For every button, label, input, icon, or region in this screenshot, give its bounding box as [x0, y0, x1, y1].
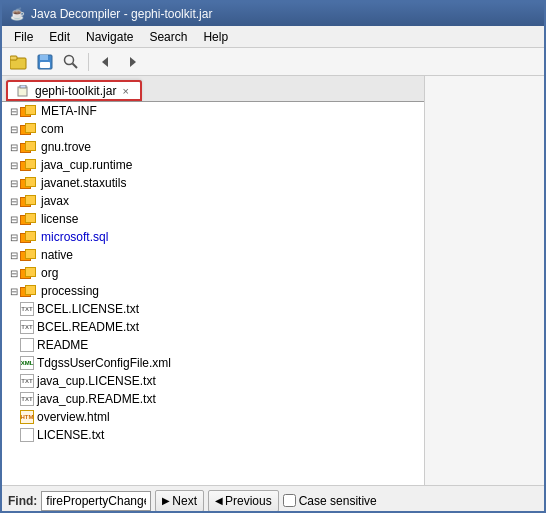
- tree-item[interactable]: ⊟ org: [2, 264, 424, 282]
- tree-item-label: java_cup.README.txt: [37, 392, 156, 406]
- tree-item[interactable]: ⊟ META-INF: [2, 102, 424, 120]
- tree-item-label: native: [41, 248, 73, 262]
- jar-icon: [17, 85, 31, 97]
- previous-button[interactable]: ◀ Previous: [208, 490, 279, 512]
- tree-item-label: LICENSE.txt: [37, 428, 104, 442]
- menu-help[interactable]: Help: [195, 28, 236, 46]
- menu-file[interactable]: File: [6, 28, 41, 46]
- tree-item-label: overview.html: [37, 410, 110, 424]
- forward-button[interactable]: [121, 51, 143, 73]
- tree-item-label: microsoft.sql: [41, 230, 108, 244]
- next-icon: ▶: [162, 495, 170, 506]
- tree-item[interactable]: ⊟ com: [2, 120, 424, 138]
- tree-item-label: META-INF: [41, 104, 97, 118]
- toolbar: [2, 48, 544, 76]
- tree-item-label: BCEL.LICENSE.txt: [37, 302, 139, 316]
- tree-item-label: TdgssUserConfigFile.xml: [37, 356, 171, 370]
- gephi-toolkit-tab[interactable]: gephi-toolkit.jar ×: [6, 80, 142, 101]
- tree-item[interactable]: README: [2, 336, 424, 354]
- tree-item[interactable]: LICENSE.txt: [2, 426, 424, 444]
- tree-item-label: com: [41, 122, 64, 136]
- tree-item-label: processing: [41, 284, 99, 298]
- tree-item[interactable]: TXTBCEL.LICENSE.txt: [2, 300, 424, 318]
- tree-item[interactable]: TXTBCEL.README.txt: [2, 318, 424, 336]
- tree-item[interactable]: ⊟ license: [2, 210, 424, 228]
- case-sensitive-label: Case sensitive: [299, 494, 377, 508]
- next-button[interactable]: ▶ Next: [155, 490, 204, 512]
- expand-icon[interactable]: ⊟: [8, 250, 20, 261]
- svg-rect-3: [40, 55, 48, 60]
- case-sensitive-input[interactable]: [283, 494, 296, 507]
- expand-icon[interactable]: ⊟: [8, 286, 20, 297]
- expand-icon[interactable]: ⊟: [8, 268, 20, 279]
- tree-item[interactable]: ⊟ processing: [2, 282, 424, 300]
- open-folder-button[interactable]: [8, 51, 30, 73]
- tab-label: gephi-toolkit.jar: [35, 84, 116, 98]
- tab-close-button[interactable]: ×: [120, 85, 130, 97]
- expand-icon[interactable]: ⊟: [8, 232, 20, 243]
- tab-bar: gephi-toolkit.jar ×: [2, 76, 424, 102]
- tree-item-label: javax: [41, 194, 69, 208]
- svg-point-5: [65, 55, 74, 64]
- tree-item[interactable]: XMLTdgssUserConfigFile.xml: [2, 354, 424, 372]
- expand-icon[interactable]: ⊟: [8, 124, 20, 135]
- main-content: gephi-toolkit.jar × ⊟ META-INF⊟ com⊟ gnu…: [2, 76, 544, 485]
- tree-item-label: org: [41, 266, 58, 280]
- back-button[interactable]: [95, 51, 117, 73]
- search-button[interactable]: [60, 51, 82, 73]
- svg-rect-1: [10, 56, 17, 60]
- right-panel: [424, 76, 544, 485]
- toolbar-separator: [88, 53, 89, 71]
- tree-item[interactable]: ⊟ gnu.trove: [2, 138, 424, 156]
- prev-icon: ◀: [215, 495, 223, 506]
- svg-rect-4: [40, 62, 50, 68]
- expand-icon[interactable]: ⊟: [8, 214, 20, 225]
- tree-item[interactable]: ⊟ javax: [2, 192, 424, 210]
- expand-icon[interactable]: ⊟: [8, 106, 20, 117]
- tree-item-label: java_cup.LICENSE.txt: [37, 374, 156, 388]
- find-bar: Find: ▶ Next ◀ Previous Case sensitive: [2, 485, 544, 513]
- tree-item-label: javanet.staxutils: [41, 176, 126, 190]
- tree-item[interactable]: ⊟ native: [2, 246, 424, 264]
- title-bar: ☕ Java Decompiler - gephi-toolkit.jar: [2, 2, 544, 26]
- tree-item[interactable]: TXTjava_cup.LICENSE.txt: [2, 372, 424, 390]
- save-button[interactable]: [34, 51, 56, 73]
- tree-item[interactable]: ⊟ javanet.staxutils: [2, 174, 424, 192]
- svg-marker-8: [130, 57, 136, 67]
- tree-item-label: license: [41, 212, 78, 226]
- next-label: Next: [172, 494, 197, 508]
- file-tree[interactable]: ⊟ META-INF⊟ com⊟ gnu.trove⊟ java_cup.run…: [2, 102, 424, 485]
- svg-rect-10: [20, 85, 26, 88]
- prev-label: Previous: [225, 494, 272, 508]
- title-label: Java Decompiler - gephi-toolkit.jar: [31, 7, 212, 21]
- tree-item-label: gnu.trove: [41, 140, 91, 154]
- menu-search[interactable]: Search: [141, 28, 195, 46]
- svg-marker-7: [102, 57, 108, 67]
- expand-icon[interactable]: ⊟: [8, 142, 20, 153]
- tab-area: gephi-toolkit.jar × ⊟ META-INF⊟ com⊟ gnu…: [2, 76, 424, 485]
- find-input[interactable]: [41, 491, 151, 511]
- title-icon: ☕: [10, 7, 25, 21]
- tree-item[interactable]: ⊟ microsoft.sql: [2, 228, 424, 246]
- expand-icon[interactable]: ⊟: [8, 196, 20, 207]
- tree-item-label: README: [37, 338, 88, 352]
- find-label: Find:: [8, 494, 37, 508]
- tree-item[interactable]: ⊟ java_cup.runtime: [2, 156, 424, 174]
- menu-bar: File Edit Navigate Search Help: [2, 26, 544, 48]
- case-sensitive-checkbox[interactable]: Case sensitive: [283, 494, 377, 508]
- expand-icon[interactable]: ⊟: [8, 178, 20, 189]
- tree-item[interactable]: TXTjava_cup.README.txt: [2, 390, 424, 408]
- expand-icon[interactable]: ⊟: [8, 160, 20, 171]
- svg-line-6: [73, 63, 78, 68]
- tree-item-label: java_cup.runtime: [41, 158, 132, 172]
- menu-edit[interactable]: Edit: [41, 28, 78, 46]
- menu-navigate[interactable]: Navigate: [78, 28, 141, 46]
- tree-item-label: BCEL.README.txt: [37, 320, 139, 334]
- tree-item[interactable]: HTMoverview.html: [2, 408, 424, 426]
